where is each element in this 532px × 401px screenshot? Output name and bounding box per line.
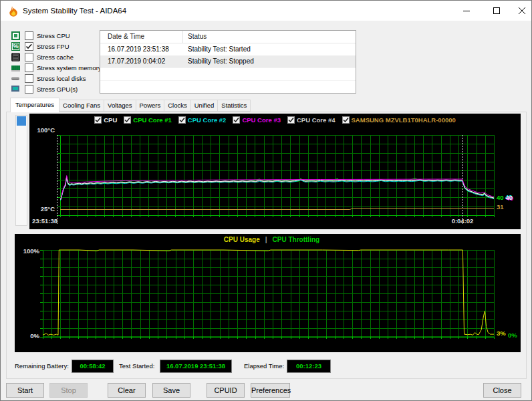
aida64-flame-icon — [7, 5, 18, 16]
disk-icon — [11, 74, 20, 83]
status-value-lcd: 00:12:23 — [287, 360, 331, 373]
maximize-button[interactable] — [486, 1, 507, 21]
stress-option-label: Stress GPU(s) — [37, 86, 78, 93]
scrollbar-thumb[interactable] — [17, 116, 26, 126]
close-button[interactable] — [511, 1, 532, 21]
start-button[interactable]: Start — [6, 383, 44, 398]
event-log-table: Date & TimeStatus16.07.2019 23:51:38Stab… — [100, 30, 356, 94]
stress-option-row: Stress local disks — [11, 73, 102, 84]
legend-item: CPU Core #1 — [124, 116, 172, 124]
log-status: Stability Test: Stopped — [183, 55, 356, 68]
tab-unified[interactable]: Unified — [190, 100, 219, 112]
log-row[interactable]: 17.07.2019 0:04:02Stability Test: Stoppe… — [100, 55, 356, 68]
cpuid-button[interactable]: CPUID — [207, 383, 245, 398]
log-datetime: 17.07.2019 0:04:02 — [100, 55, 183, 68]
legend-checkbox[interactable] — [342, 116, 350, 124]
fpu-icon — [11, 42, 20, 51]
y-min-label: 0% — [15, 332, 39, 340]
close-button[interactable]: Close — [483, 383, 521, 398]
status-value-lcd: 16.07.2019 23:51:38 — [160, 360, 232, 373]
tab-cooling-fans[interactable]: Cooling Fans — [59, 100, 104, 112]
chart-legend: CPUCPU Core #1CPU Core #2CPU Core #3CPU … — [29, 115, 521, 124]
preferences-button[interactable]: Preferences — [251, 383, 290, 398]
legend-label: CPU Core #2 — [188, 116, 227, 124]
status-label: Elapsed Time: — [244, 362, 284, 370]
stress-checkbox[interactable] — [25, 85, 33, 94]
tab-powers[interactable]: Powers — [136, 100, 165, 112]
legend-item: CPU Core #3 — [233, 116, 281, 124]
end-value-drive: 31 — [497, 203, 504, 211]
legend-item: SAMSUNG MZVLB1T0HALR-00000 — [342, 116, 456, 124]
log-row-empty — [100, 93, 356, 94]
stress-option-row: Stress FPU — [11, 41, 102, 51]
clear-button[interactable]: Clear — [108, 383, 146, 398]
usage-chart-title-part: | — [265, 236, 267, 243]
usage-chart-title-part: CPU Usage — [224, 236, 260, 243]
legend-item: CPU Core #2 — [178, 116, 227, 124]
column-header-datetime[interactable]: Date & Time — [100, 31, 183, 43]
usage-chart-title: CPU Usage|CPU Throttling — [23, 236, 521, 243]
tab-page: CPUCPU Core #1CPU Core #2CPU Core #3CPU … — [6, 112, 527, 379]
x-start-label: 23:51:38 — [32, 217, 57, 225]
stress-option-label: Stress cache — [37, 53, 74, 61]
stress-option-label: Stress CPU — [37, 32, 70, 39]
end-value-usage: 3% — [497, 329, 506, 337]
stress-checkbox[interactable] — [25, 31, 33, 40]
stress-option-row: Stress CPU — [11, 30, 102, 41]
end-value-throttle: 0% — [508, 331, 517, 339]
stress-option-label: Stress local disks — [37, 75, 86, 82]
log-row-empty — [100, 68, 356, 80]
minimize-button[interactable] — [456, 1, 477, 21]
tab-voltages[interactable]: Voltages — [104, 100, 136, 112]
legend-checkbox[interactable] — [233, 116, 240, 124]
legend-checkbox[interactable] — [287, 116, 295, 124]
column-header-status[interactable]: Status — [183, 31, 356, 43]
end-value-green: 40 — [497, 194, 504, 201]
log-table-header: Date & TimeStatus — [100, 31, 356, 43]
tab-temperatures[interactable]: Temperatures — [10, 98, 59, 112]
legend-item: CPU — [94, 116, 117, 124]
log-status: Stability Test: Started — [183, 43, 356, 55]
window-title: System Stability Test - AIDA64 — [23, 7, 126, 15]
status-label: Remaining Battery: — [15, 362, 69, 370]
stress-option-label: Stress system memory — [37, 64, 102, 72]
stress-checkbox[interactable] — [25, 63, 33, 72]
stress-options: Stress CPUStress FPUStress cacheStress s… — [11, 30, 102, 94]
legend-checkbox[interactable] — [124, 116, 131, 124]
legend-label: SAMSUNG MZVLB1T0HALR-00000 — [352, 116, 456, 124]
legend-label: CPU Core #3 — [242, 116, 281, 124]
end-value-white: 40 — [506, 194, 513, 201]
legend-checkbox[interactable] — [94, 116, 102, 124]
legend-label: CPU Core #4 — [297, 116, 336, 124]
tab-statistics[interactable]: Statistics — [217, 100, 251, 112]
stress-checkbox[interactable] — [25, 74, 33, 83]
usage-chart: CPU Usage|CPU Throttling100%0%3%0% — [15, 234, 521, 352]
cache-icon — [11, 53, 20, 61]
legend-label: CPU Core #1 — [133, 116, 172, 124]
save-button[interactable]: Save — [152, 383, 190, 398]
titlebar: System Stability Test - AIDA64 — [1, 1, 531, 21]
tab-clocks[interactable]: Clocks — [164, 100, 191, 112]
memory-icon — [11, 63, 20, 72]
status-value-lcd: 00:58:42 — [72, 360, 114, 373]
legend-label: CPU — [104, 116, 117, 124]
legend-checkbox[interactable] — [178, 116, 186, 124]
stress-option-row: Stress GPU(s) — [11, 84, 102, 94]
status-label: Test Started: — [119, 362, 154, 370]
stop-button[interactable]: Stop — [49, 383, 88, 398]
stress-checkbox[interactable] — [25, 53, 33, 61]
tabbar: TemperaturesCooling FansVoltagesPowersCl… — [10, 98, 251, 112]
y-min-label: 25°C — [29, 205, 55, 213]
stress-checkbox[interactable] — [25, 42, 33, 51]
x-end-label: 0:04:02 — [436, 217, 489, 225]
usage-chart-title-part: CPU Throttling — [273, 236, 320, 243]
log-datetime: 16.07.2019 23:51:38 — [100, 43, 183, 55]
stress-option-row: Stress cache — [11, 51, 102, 62]
y-max-label: 100% — [15, 247, 39, 255]
log-row-empty — [100, 80, 356, 93]
log-row[interactable]: 16.07.2019 23:51:38Stability Test: Start… — [100, 43, 356, 55]
cpu-icon — [11, 31, 20, 40]
chart-scrollbar[interactable] — [15, 115, 27, 226]
legend-item: CPU Core #4 — [287, 116, 336, 124]
y-max-label: 100°C — [29, 126, 55, 134]
